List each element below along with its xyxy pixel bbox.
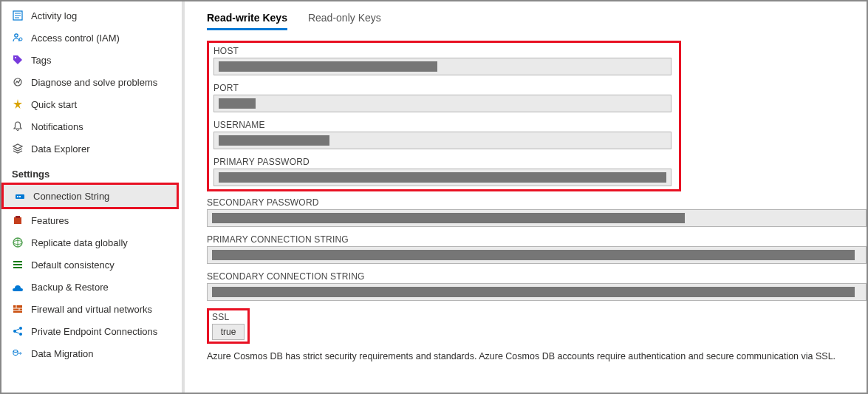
sidebar-item-private-endpoint[interactable]: Private Endpoint Connections	[1, 320, 182, 342]
input-port[interactable]	[213, 95, 671, 112]
sidebar-item-label: Firewall and virtual networks	[31, 304, 152, 315]
data-migration-icon	[12, 347, 24, 359]
redacted-value	[212, 213, 685, 223]
data-explorer-icon	[12, 143, 24, 154]
notifications-icon	[12, 120, 24, 132]
sidebar-item-features[interactable]: Features	[1, 209, 182, 231]
field-primary-connection-string: PRIMARY CONNECTION STRING	[207, 234, 867, 264]
svg-line-28	[16, 332, 19, 333]
input-secondary-password[interactable]	[207, 209, 867, 227]
sidebar-item-label: Tags	[31, 55, 51, 66]
redacted-value	[219, 61, 437, 72]
svg-point-5	[19, 38, 22, 41]
sidebar-item-access-control[interactable]: Access control (IAM)	[1, 27, 182, 49]
input-username[interactable]	[213, 132, 671, 149]
sidebar-item-label: Private Endpoint Connections	[31, 326, 157, 337]
sidebar-item-data-migration[interactable]: Data Migration	[1, 342, 182, 364]
svg-point-26	[19, 333, 22, 336]
field-primary-password: PRIMARY PASSWORD	[213, 157, 674, 186]
consistency-icon	[12, 259, 24, 271]
main-panel: Read-write Keys Read-only Keys HOST PORT…	[185, 1, 867, 393]
sidebar-item-label: Data Explorer	[31, 143, 89, 154]
redacted-value	[212, 287, 855, 297]
redacted-value	[219, 172, 666, 183]
footer-security-note: Azure Cosmos DB has strict security requ…	[207, 351, 867, 361]
svg-point-29	[13, 350, 18, 353]
sidebar-item-label: Data Migration	[31, 348, 94, 359]
svg-line-27	[16, 329, 19, 330]
sidebar-item-activity-log[interactable]: Activity log	[1, 4, 182, 27]
sidebar-item-label: Access control (IAM)	[31, 33, 120, 44]
sidebar-item-firewall[interactable]: Firewall and virtual networks	[1, 298, 182, 320]
svg-point-6	[15, 57, 16, 58]
sidebar-item-quick-start[interactable]: Quick start	[1, 93, 182, 115]
sidebar: Activity log Access control (IAM) Tags D…	[1, 1, 185, 393]
sidebar-item-label: Backup & Restore	[31, 282, 109, 293]
highlighted-ssl: SSL true	[207, 308, 250, 344]
backup-icon	[12, 281, 24, 293]
input-primary-password[interactable]	[213, 169, 671, 186]
redacted-value	[212, 250, 855, 260]
redacted-value	[219, 98, 256, 109]
quick-start-icon	[12, 98, 24, 110]
sidebar-item-label: Quick start	[31, 99, 77, 110]
access-control-icon	[12, 32, 24, 44]
input-secondary-connection-string[interactable]	[207, 283, 867, 301]
features-icon	[12, 214, 24, 226]
svg-rect-12	[16, 216, 20, 218]
sidebar-item-connection-string[interactable]: Connection String	[4, 185, 177, 207]
sidebar-item-label: Diagnose and solve problems	[31, 77, 157, 88]
svg-rect-10	[19, 196, 21, 197]
sidebar-item-diagnose[interactable]: Diagnose and solve problems	[1, 71, 182, 93]
sidebar-item-label: Replicate data globally	[31, 237, 128, 248]
sidebar-item-label: Connection String	[33, 191, 109, 202]
svg-point-4	[15, 34, 18, 37]
tab-read-only-keys[interactable]: Read-only Keys	[308, 12, 381, 30]
sidebar-item-label: Features	[31, 215, 69, 226]
field-secondary-connection-string: SECONDARY CONNECTION STRING	[207, 271, 867, 301]
svg-rect-9	[17, 196, 18, 197]
firewall-icon	[12, 303, 24, 315]
field-label-secondary-conn: SECONDARY CONNECTION STRING	[207, 271, 867, 282]
field-host: HOST	[213, 46, 674, 75]
input-primary-connection-string[interactable]	[207, 246, 867, 264]
field-label-ssl: SSL	[212, 312, 245, 322]
redacted-value	[219, 135, 329, 146]
sidebar-item-label: Activity log	[31, 10, 77, 21]
sidebar-section-settings: Settings	[1, 160, 182, 183]
svg-rect-11	[14, 217, 21, 224]
sidebar-item-backup[interactable]: Backup & Restore	[1, 276, 182, 298]
diagnose-icon	[12, 76, 24, 88]
sidebar-item-consistency[interactable]: Default consistency	[1, 254, 182, 276]
replicate-icon	[12, 237, 24, 248]
field-label-username: USERNAME	[213, 120, 674, 130]
keys-tabs: Read-write Keys Read-only Keys	[207, 12, 867, 30]
field-label-primary-conn: PRIMARY CONNECTION STRING	[207, 234, 867, 245]
sidebar-item-notifications[interactable]: Notifications	[1, 115, 182, 137]
sidebar-item-tags[interactable]: Tags	[1, 49, 182, 71]
sidebar-item-label: Default consistency	[31, 259, 115, 271]
field-label-secondary-password: SECONDARY PASSWORD	[207, 197, 867, 208]
highlighted-connection-fields: HOST PORT USERNAME PRIMARY PASSWORD	[207, 41, 681, 191]
highlight-connection-string: Connection String	[1, 183, 179, 209]
field-label-port: PORT	[213, 83, 674, 93]
input-host[interactable]	[213, 58, 671, 75]
field-port: PORT	[213, 83, 674, 112]
tags-icon	[12, 54, 24, 66]
connection-string-icon	[14, 190, 26, 202]
field-secondary-password: SECONDARY PASSWORD	[207, 197, 867, 227]
private-endpoint-icon	[12, 325, 24, 337]
activity-log-icon	[12, 10, 24, 21]
sidebar-item-replicate[interactable]: Replicate data globally	[1, 231, 182, 254]
field-username: USERNAME	[213, 120, 674, 149]
field-label-primary-password: PRIMARY PASSWORD	[213, 157, 674, 167]
sidebar-item-label: Notifications	[31, 121, 83, 132]
input-ssl[interactable]: true	[212, 324, 245, 340]
svg-rect-19	[13, 305, 22, 313]
svg-point-25	[19, 327, 22, 330]
field-label-host: HOST	[213, 46, 674, 56]
sidebar-item-data-explorer[interactable]: Data Explorer	[1, 137, 182, 160]
tab-read-write-keys[interactable]: Read-write Keys	[207, 12, 287, 30]
